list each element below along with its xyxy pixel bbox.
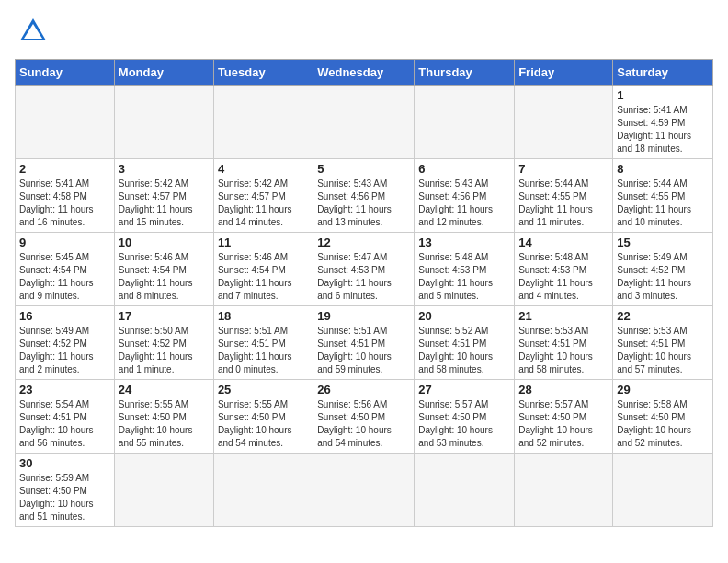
day-info: Sunrise: 5:43 AM Sunset: 4:56 PM Dayligh… (418, 178, 510, 229)
day-number: 11 (218, 236, 309, 249)
calendar-day-cell (213, 454, 313, 527)
calendar-week-row: 2Sunrise: 5:41 AM Sunset: 4:58 PM Daylig… (16, 159, 713, 233)
day-info: Sunrise: 5:56 AM Sunset: 4:50 PM Dayligh… (317, 398, 410, 450)
day-info: Sunrise: 5:59 AM Sunset: 4:50 PM Dayligh… (19, 472, 110, 523)
day-info: Sunrise: 5:41 AM Sunset: 4:58 PM Dayligh… (19, 178, 110, 229)
day-info: Sunrise: 5:57 AM Sunset: 4:50 PM Dayligh… (518, 398, 609, 450)
day-number: 21 (518, 309, 609, 323)
day-number: 14 (518, 236, 609, 249)
day-number: 20 (418, 309, 510, 323)
calendar-day-cell: 8Sunrise: 5:44 AM Sunset: 4:55 PM Daylig… (613, 159, 713, 233)
day-number: 7 (518, 162, 609, 176)
day-number: 30 (19, 456, 110, 470)
day-info: Sunrise: 5:47 AM Sunset: 4:53 PM Dayligh… (317, 251, 410, 303)
calendar-day-cell: 4Sunrise: 5:42 AM Sunset: 4:57 PM Daylig… (213, 159, 313, 233)
day-info: Sunrise: 5:53 AM Sunset: 4:51 PM Dayligh… (518, 325, 609, 376)
day-info: Sunrise: 5:45 AM Sunset: 4:54 PM Dayligh… (19, 251, 110, 303)
day-info: Sunrise: 5:46 AM Sunset: 4:54 PM Dayligh… (119, 251, 210, 303)
day-info: Sunrise: 5:51 AM Sunset: 4:51 PM Dayligh… (317, 325, 410, 376)
day-number: 28 (518, 383, 609, 396)
calendar-day-cell: 5Sunrise: 5:43 AM Sunset: 4:56 PM Daylig… (313, 159, 415, 233)
day-info: Sunrise: 5:42 AM Sunset: 4:57 PM Dayligh… (119, 178, 210, 229)
day-info: Sunrise: 5:52 AM Sunset: 4:51 PM Dayligh… (418, 325, 510, 376)
day-info: Sunrise: 5:44 AM Sunset: 4:55 PM Dayligh… (617, 178, 709, 229)
weekday-header: Friday (515, 60, 613, 86)
calendar-day-cell: 12Sunrise: 5:47 AM Sunset: 4:53 PM Dayli… (313, 233, 415, 306)
day-info: Sunrise: 5:49 AM Sunset: 4:52 PM Dayligh… (617, 251, 709, 303)
day-number: 24 (119, 383, 210, 396)
day-number: 26 (317, 383, 410, 396)
day-info: Sunrise: 5:43 AM Sunset: 4:56 PM Dayligh… (317, 178, 410, 229)
calendar-day-cell: 28Sunrise: 5:57 AM Sunset: 4:50 PM Dayli… (515, 380, 613, 454)
day-info: Sunrise: 5:42 AM Sunset: 4:57 PM Dayligh… (218, 178, 309, 229)
day-number: 8 (617, 162, 709, 176)
calendar-day-cell: 22Sunrise: 5:53 AM Sunset: 4:51 PM Dayli… (613, 306, 713, 380)
day-info: Sunrise: 5:46 AM Sunset: 4:54 PM Dayligh… (218, 251, 309, 303)
day-info: Sunrise: 5:55 AM Sunset: 4:50 PM Dayligh… (119, 398, 210, 450)
weekday-header: Saturday (613, 60, 713, 86)
day-info: Sunrise: 5:51 AM Sunset: 4:51 PM Dayligh… (218, 325, 309, 376)
calendar-day-cell: 20Sunrise: 5:52 AM Sunset: 4:51 PM Dayli… (415, 306, 515, 380)
day-number: 17 (119, 309, 210, 323)
day-number: 18 (218, 309, 309, 323)
calendar-day-cell (415, 86, 515, 159)
calendar-day-cell: 18Sunrise: 5:51 AM Sunset: 4:51 PM Dayli… (213, 306, 313, 380)
calendar-week-row: 16Sunrise: 5:49 AM Sunset: 4:52 PM Dayli… (16, 306, 713, 380)
day-info: Sunrise: 5:58 AM Sunset: 4:50 PM Dayligh… (617, 398, 709, 450)
calendar-table: SundayMondayTuesdayWednesdayThursdayFrid… (15, 59, 713, 527)
calendar-day-cell (114, 86, 213, 159)
day-number: 1 (617, 88, 709, 102)
weekday-header: Tuesday (213, 60, 313, 86)
calendar-day-cell (515, 86, 613, 159)
calendar-day-cell (16, 86, 115, 159)
calendar-day-cell: 17Sunrise: 5:50 AM Sunset: 4:52 PM Dayli… (114, 306, 213, 380)
day-info: Sunrise: 5:41 AM Sunset: 4:59 PM Dayligh… (617, 104, 709, 155)
day-info: Sunrise: 5:44 AM Sunset: 4:55 PM Dayligh… (518, 178, 609, 229)
calendar-day-cell: 7Sunrise: 5:44 AM Sunset: 4:55 PM Daylig… (515, 159, 613, 233)
day-number: 3 (119, 162, 210, 176)
day-info: Sunrise: 5:55 AM Sunset: 4:50 PM Dayligh… (218, 398, 309, 450)
calendar-day-cell: 14Sunrise: 5:48 AM Sunset: 4:53 PM Dayli… (515, 233, 613, 306)
calendar-day-cell: 3Sunrise: 5:42 AM Sunset: 4:57 PM Daylig… (114, 159, 213, 233)
calendar-day-cell: 16Sunrise: 5:49 AM Sunset: 4:52 PM Dayli… (16, 306, 115, 380)
calendar-week-row: 30Sunrise: 5:59 AM Sunset: 4:50 PM Dayli… (16, 454, 713, 527)
logo (15, 15, 50, 48)
calendar-day-cell: 21Sunrise: 5:53 AM Sunset: 4:51 PM Dayli… (515, 306, 613, 380)
day-info: Sunrise: 5:53 AM Sunset: 4:51 PM Dayligh… (617, 325, 709, 376)
day-number: 4 (218, 162, 309, 176)
weekday-header: Monday (114, 60, 213, 86)
calendar-day-cell (415, 454, 515, 527)
day-number: 29 (617, 383, 709, 396)
day-number: 6 (418, 162, 510, 176)
calendar-day-cell (515, 454, 613, 527)
calendar-day-cell: 15Sunrise: 5:49 AM Sunset: 4:52 PM Dayli… (613, 233, 713, 306)
calendar-day-cell (114, 454, 213, 527)
day-number: 10 (119, 236, 210, 249)
calendar-day-cell: 11Sunrise: 5:46 AM Sunset: 4:54 PM Dayli… (213, 233, 313, 306)
day-number: 15 (617, 236, 709, 249)
day-number: 25 (218, 383, 309, 396)
page-header (15, 15, 713, 48)
logo-icon (17, 15, 50, 48)
calendar-day-cell: 27Sunrise: 5:57 AM Sunset: 4:50 PM Dayli… (415, 380, 515, 454)
calendar-day-cell: 30Sunrise: 5:59 AM Sunset: 4:50 PM Dayli… (16, 454, 115, 527)
calendar-week-row: 1Sunrise: 5:41 AM Sunset: 4:59 PM Daylig… (16, 86, 713, 159)
calendar-day-cell (313, 454, 415, 527)
day-number: 12 (317, 236, 410, 249)
calendar-day-cell: 1Sunrise: 5:41 AM Sunset: 4:59 PM Daylig… (613, 86, 713, 159)
calendar-day-cell (613, 454, 713, 527)
calendar-day-cell: 25Sunrise: 5:55 AM Sunset: 4:50 PM Dayli… (213, 380, 313, 454)
calendar-day-cell: 6Sunrise: 5:43 AM Sunset: 4:56 PM Daylig… (415, 159, 515, 233)
day-number: 13 (418, 236, 510, 249)
calendar-day-cell: 13Sunrise: 5:48 AM Sunset: 4:53 PM Dayli… (415, 233, 515, 306)
day-info: Sunrise: 5:54 AM Sunset: 4:51 PM Dayligh… (19, 398, 110, 450)
day-number: 9 (19, 236, 110, 249)
day-number: 27 (418, 383, 510, 396)
calendar-day-cell (213, 86, 313, 159)
calendar-week-row: 9Sunrise: 5:45 AM Sunset: 4:54 PM Daylig… (16, 233, 713, 306)
day-number: 19 (317, 309, 410, 323)
day-info: Sunrise: 5:49 AM Sunset: 4:52 PM Dayligh… (19, 325, 110, 376)
day-info: Sunrise: 5:57 AM Sunset: 4:50 PM Dayligh… (418, 398, 510, 450)
day-info: Sunrise: 5:48 AM Sunset: 4:53 PM Dayligh… (418, 251, 510, 303)
calendar-day-cell: 29Sunrise: 5:58 AM Sunset: 4:50 PM Dayli… (613, 380, 713, 454)
